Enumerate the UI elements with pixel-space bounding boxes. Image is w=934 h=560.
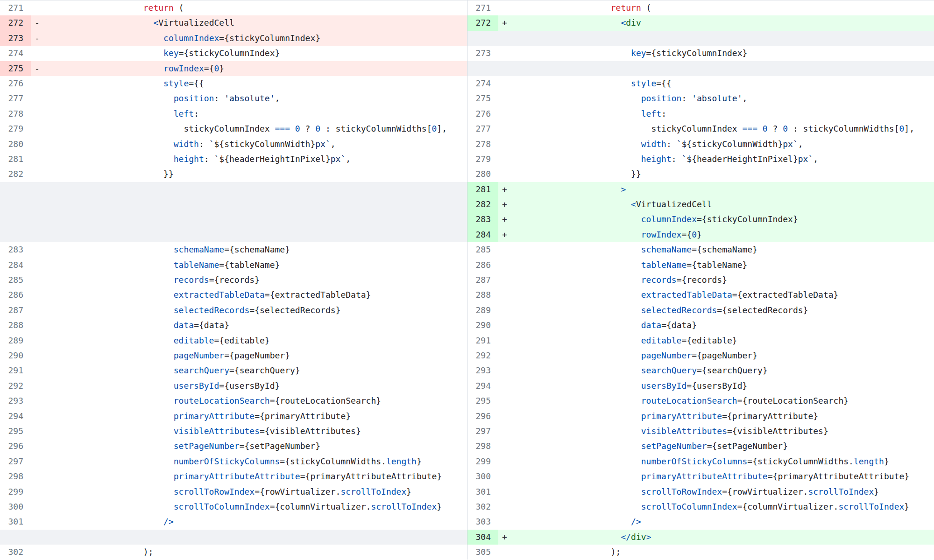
new-file-pane-cell: 289 selectedRecords={selectedRecords} <box>467 303 934 318</box>
new-file-pane-cell: 276 left: <box>467 106 934 121</box>
line-number-new[interactable]: 295 <box>467 393 498 408</box>
line-number-new[interactable]: 272 <box>467 15 498 30</box>
line-number-old[interactable]: 282 <box>0 167 31 182</box>
code-text: routeLocationSearch={routeLocationSearch… <box>42 396 381 406</box>
line-number-new[interactable]: 288 <box>467 287 498 302</box>
line-number-new[interactable]: 303 <box>467 514 498 529</box>
code-line-old: - rowIndex={0} <box>31 61 467 76</box>
old-file-pane-cell: 295 visibleAttributes={visibleAttributes… <box>0 424 467 439</box>
code-line-old: primaryAttribute={primaryAttribute} <box>31 409 467 424</box>
line-number-old[interactable]: 301 <box>0 514 31 529</box>
line-number-old[interactable]: 280 <box>0 137 31 152</box>
line-number-old[interactable]: 294 <box>0 409 31 424</box>
line-number-new[interactable]: 292 <box>467 348 498 363</box>
line-number-old[interactable]: 271 <box>0 0 31 15</box>
line-number-old[interactable]: 275 <box>0 61 31 76</box>
addition-marker: + <box>498 227 509 242</box>
code-line-new: scrollToRowIndex={rowVirtualizer.scrollT… <box>498 484 934 499</box>
line-number-old[interactable]: 302 <box>0 545 31 560</box>
line-number-new[interactable]: 273 <box>467 46 498 61</box>
line-number-old[interactable]: 277 <box>0 91 31 106</box>
deletion-marker: - <box>31 15 42 30</box>
line-number-new[interactable]: 296 <box>467 409 498 424</box>
line-number-new[interactable]: 275 <box>467 91 498 106</box>
line-number-old[interactable]: 290 <box>0 348 31 363</box>
code-line-old: pageNumber={pageNumber} <box>31 348 467 363</box>
line-number-new[interactable]: 280 <box>467 167 498 182</box>
code-line-old: width: `${stickyColumnWidth}px`, <box>31 137 467 152</box>
line-number-new[interactable]: 276 <box>467 106 498 121</box>
line-number-old[interactable]: 297 <box>0 454 31 469</box>
context-marker-space <box>31 273 42 287</box>
code-text: style={{ <box>42 78 204 88</box>
code-text: usersById={usersById} <box>509 381 747 391</box>
line-number-new[interactable]: 300 <box>467 469 498 484</box>
line-number-new[interactable]: 297 <box>467 424 498 439</box>
line-number-old[interactable]: 287 <box>0 303 31 318</box>
line-number-old[interactable]: 274 <box>0 46 31 61</box>
context-marker-space <box>498 258 509 273</box>
line-number-new[interactable]: 294 <box>467 378 498 393</box>
line-number-old[interactable]: 298 <box>0 469 31 484</box>
line-number-new[interactable]: 277 <box>467 121 498 136</box>
context-marker-space <box>498 499 509 514</box>
context-marker-space <box>31 318 42 333</box>
diff-row: 289 editable={editable}291 editable={edi… <box>0 333 934 348</box>
line-number-new[interactable]: 282 <box>467 197 498 212</box>
line-number-old[interactable]: 272 <box>0 15 31 30</box>
old-file-pane-cell: 282 }} <box>0 167 467 182</box>
new-file-pane-cell: 272+ <div <box>467 15 934 30</box>
line-number-old[interactable]: 284 <box>0 258 31 273</box>
line-number-new[interactable]: 283 <box>467 212 498 227</box>
line-number-new[interactable]: 278 <box>467 137 498 152</box>
line-number-new[interactable]: 301 <box>467 484 498 499</box>
code-text: <div <box>509 18 641 28</box>
context-marker-space <box>31 303 42 318</box>
line-number-old[interactable]: 292 <box>0 378 31 393</box>
context-marker-space <box>498 454 509 469</box>
line-number-new[interactable]: 298 <box>467 439 498 454</box>
line-number-old[interactable]: 299 <box>0 484 31 499</box>
line-number-old[interactable]: 296 <box>0 439 31 454</box>
line-number-old[interactable]: 273 <box>0 31 31 46</box>
line-number-old[interactable]: 289 <box>0 333 31 348</box>
line-number-new[interactable]: 286 <box>467 258 498 273</box>
line-number-new[interactable]: 290 <box>467 318 498 333</box>
context-marker-space <box>31 106 42 121</box>
line-number-old[interactable]: 283 <box>0 242 31 257</box>
line-number-old[interactable]: 293 <box>0 393 31 408</box>
line-number-new[interactable]: 305 <box>467 545 498 560</box>
code-text: records={records} <box>509 275 727 285</box>
line-number-new[interactable]: 281 <box>467 182 498 197</box>
line-number-old[interactable]: 278 <box>0 106 31 121</box>
line-number-new[interactable]: 289 <box>467 303 498 318</box>
line-number-old[interactable]: 276 <box>0 76 31 91</box>
code-line-new: stickyColumnIndex === 0 ? 0 : stickyColu… <box>498 121 934 136</box>
line-number-new[interactable]: 291 <box>467 333 498 348</box>
old-file-pane-cell: 274 key={stickyColumnIndex} <box>0 46 467 61</box>
line-number-old[interactable]: 286 <box>0 287 31 302</box>
line-number-new[interactable]: 284 <box>467 227 498 242</box>
line-number-old[interactable]: 295 <box>0 424 31 439</box>
line-number-old[interactable]: 300 <box>0 499 31 514</box>
line-number-new[interactable]: 271 <box>467 0 498 15</box>
line-number-new[interactable]: 279 <box>467 152 498 167</box>
line-number-old[interactable]: 291 <box>0 363 31 378</box>
context-marker-space <box>498 424 509 439</box>
context-marker-space <box>31 545 42 560</box>
line-number-new[interactable]: 287 <box>467 273 498 287</box>
line-number-old[interactable]: 285 <box>0 273 31 287</box>
diff-row: 282 }}280 }} <box>0 167 934 182</box>
code-line-old: extractedTableData={extractedTableData} <box>31 287 467 302</box>
code-line-new: selectedRecords={selectedRecords} <box>498 303 934 318</box>
line-number-old[interactable]: 281 <box>0 152 31 167</box>
line-number-new[interactable]: 274 <box>467 76 498 91</box>
line-number-new[interactable]: 293 <box>467 363 498 378</box>
line-number-new[interactable]: 299 <box>467 454 498 469</box>
line-number-old[interactable]: 288 <box>0 318 31 333</box>
code-line-new: height: `${headerHeightInPixel}px`, <box>498 152 934 167</box>
line-number-new[interactable]: 304 <box>467 530 498 545</box>
line-number-old[interactable]: 279 <box>0 121 31 136</box>
line-number-new[interactable]: 302 <box>467 499 498 514</box>
line-number-new[interactable]: 285 <box>467 242 498 257</box>
